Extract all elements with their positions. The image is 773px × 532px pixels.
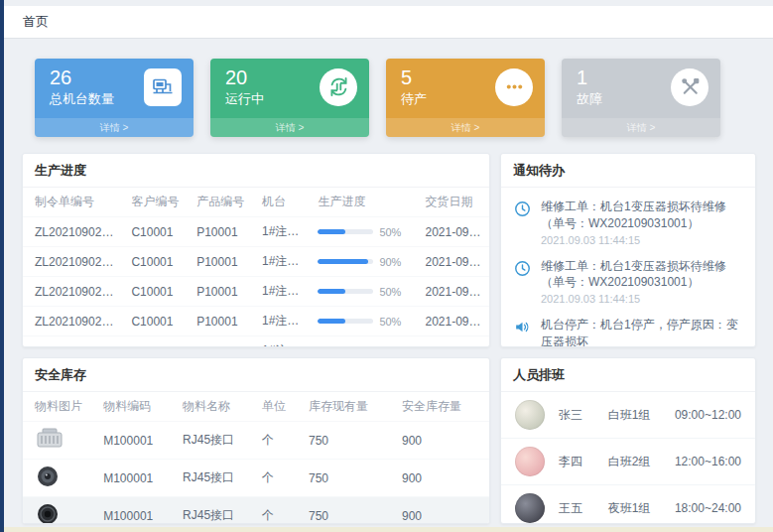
progress-bar — [318, 259, 373, 264]
customer-no: C10001 — [125, 307, 191, 336]
delivery-date: 2021-09-10 — [419, 277, 489, 307]
material-name: RJ45接口 — [177, 422, 256, 460]
inventory-panel: 安全库存 物料图片 物料编码 物料名称 单位 库存现有量 安全库存量 — [22, 357, 490, 524]
panel-title: 人员排班 — [501, 358, 755, 392]
customer-no: C10001 — [125, 336, 191, 348]
delivery-date: 2021-09-10 — [419, 247, 489, 277]
notice-body: 维修工单：机台1变压器损坏待维修（单号：WX202109031001） 2021… — [541, 258, 743, 306]
notice-item[interactable]: 维修工单：机台1变压器损坏待维修（单号：WX202109031001） 2021… — [513, 193, 743, 252]
progress-label: 50% — [379, 316, 401, 328]
detail-link[interactable]: 详情 > — [35, 118, 193, 137]
card-text: 1 故障 — [577, 66, 602, 108]
material-code: M100001 — [97, 460, 177, 497]
material-code: M100001 — [97, 422, 177, 460]
table-row: ZL202109021001 C10001 P10001 1#注塑机 50% 2… — [23, 336, 489, 348]
col-header: 物料图片 — [23, 392, 97, 422]
stat-card-standby[interactable]: 5 待产 详情 > — [386, 59, 545, 137]
window-bottom-edge — [4, 527, 773, 532]
col-header: 产品编号 — [191, 188, 256, 217]
detail-link[interactable]: 详情 > — [386, 118, 545, 137]
production-table: 制令单编号 客户编号 产品编号 机台 生产进度 交货日期 ZL202109021… — [23, 188, 489, 347]
machine-name: 1#注塑机 — [256, 277, 312, 307]
machine-name: 1#注塑机 — [256, 217, 312, 247]
notice-item[interactable]: 维修工单：机台1变压器损坏待维修（单号：WX202109031001） 2021… — [513, 252, 743, 312]
card-text: 20 运行中 — [225, 66, 264, 108]
machine-name: 1#注塑机 — [256, 247, 312, 277]
table-header-row: 物料图片 物料编码 物料名称 单位 库存现有量 安全库存量 — [23, 392, 489, 422]
material-photo-cell — [23, 422, 97, 460]
notice-time: 2021.09.03 11:44:15 — [541, 293, 743, 305]
inventory-table: 物料图片 物料编码 物料名称 单位 库存现有量 安全库存量 — [23, 392, 489, 524]
detail-link[interactable]: 详情 > — [562, 118, 720, 137]
machine-name: 1#注塑机 — [256, 307, 312, 336]
stat-card-running[interactable]: 20 运行中 详情 > — [210, 59, 369, 137]
customer-no: C10001 — [125, 277, 191, 307]
table-row: M100001 RJ45接口 个 750 900 — [23, 422, 489, 460]
progress-label: 50% — [379, 345, 401, 348]
card-text: 5 待产 — [401, 66, 427, 108]
stock-qty: 750 — [303, 422, 396, 460]
notice-item[interactable]: 机台停产：机台1停产，停产原因：变压器损坏 2021.09.03 11:44:1… — [513, 311, 743, 347]
rj45-photo — [35, 427, 64, 451]
panel-title: 通知待办 — [501, 154, 755, 188]
shift-label: 白班2组 — [608, 454, 675, 470]
card-content: 1 故障 — [562, 59, 720, 108]
schedule-row: 张三 白班1组 09:00~12:00 — [501, 392, 755, 439]
detail-link[interactable]: 详情 > — [210, 118, 369, 137]
product-no: P10001 — [191, 336, 256, 348]
clock-icon — [513, 258, 533, 306]
order-no: ZL202109021001 — [23, 247, 125, 277]
panel-title: 安全库存 — [23, 358, 489, 392]
stat-label: 总机台数量 — [50, 90, 114, 108]
col-header: 安全库存量 — [396, 392, 489, 422]
avatar — [515, 400, 545, 430]
person-name: 王五 — [559, 500, 608, 517]
shift-time: 18:00~24:00 — [675, 501, 741, 515]
progress-bar — [318, 319, 373, 324]
avatar — [515, 493, 545, 523]
table-row: ZL202109021001 C10001 P10001 1#注塑机 50% 2… — [23, 307, 489, 336]
material-name: RJ45接口 — [177, 497, 256, 525]
tab-home[interactable]: 首页 — [23, 13, 49, 31]
progress-bar — [318, 229, 373, 234]
shift-time: 12:00~16:00 — [675, 455, 741, 468]
shift-time: 09:00~12:00 — [675, 408, 741, 422]
table-header-row: 制令单编号 客户编号 产品编号 机台 生产进度 交货日期 — [23, 188, 489, 217]
col-header: 生产进度 — [312, 188, 419, 217]
dashboard-page: 首页 26 总机台数量 详情 > — [0, 0, 773, 532]
order-no: ZL202109021001 — [23, 307, 125, 336]
product-no: P10001 — [191, 277, 256, 307]
notice-text: 机台停产：机台1停产，停产原因：变压器损坏 — [541, 317, 743, 347]
schedule-panel: 人员排班 张三 白班1组 09:00~12:00 李四 白班2组 12:00~1… — [500, 357, 756, 524]
product-no: P10001 — [191, 307, 256, 336]
stat-label: 待产 — [401, 90, 427, 108]
progress-cell: 50% — [312, 336, 419, 348]
clock-icon — [513, 199, 533, 246]
material-unit: 个 — [256, 497, 303, 525]
card-content: 5 待产 — [386, 59, 545, 108]
progress-cell: 90% — [312, 247, 419, 277]
stat-value: 5 — [401, 66, 427, 89]
speaker-icon — [513, 317, 533, 347]
material-code: M100001 — [97, 497, 177, 525]
product-no: P10001 — [191, 247, 256, 277]
schedule-row: 李四 白班2组 12:00~16:00 — [501, 439, 755, 485]
delivery-date: 2021-09-10 — [419, 336, 489, 348]
stat-value: 26 — [50, 66, 114, 89]
notice-time: 2021.09.03 11:44:15 — [541, 234, 743, 246]
order-no: ZL202109021001 — [23, 217, 125, 247]
stat-value: 20 — [225, 66, 264, 89]
card-content: 20 运行中 — [210, 59, 369, 108]
notice-list: 维修工单：机台1变压器损坏待维修（单号：WX202109031001） 2021… — [501, 188, 755, 347]
progress-label: 50% — [379, 286, 401, 298]
speaker-photo — [35, 502, 61, 524]
stat-label: 故障 — [577, 90, 602, 108]
table-row: M100001 RJ45接口 个 750 900 — [23, 497, 489, 525]
card-content: 26 总机台数量 — [35, 59, 193, 108]
order-no: ZL202109021001 — [23, 336, 125, 348]
notice-text: 维修工单：机台1变压器损坏待维修（单号：WX202109031001） — [541, 258, 743, 292]
stat-card-fault[interactable]: 1 故障 详情 > — [562, 59, 720, 137]
stat-card-total-machines[interactable]: 26 总机台数量 详情 > — [35, 59, 193, 137]
progress-cell: 50% — [312, 307, 419, 336]
col-header: 物料名称 — [177, 392, 256, 422]
